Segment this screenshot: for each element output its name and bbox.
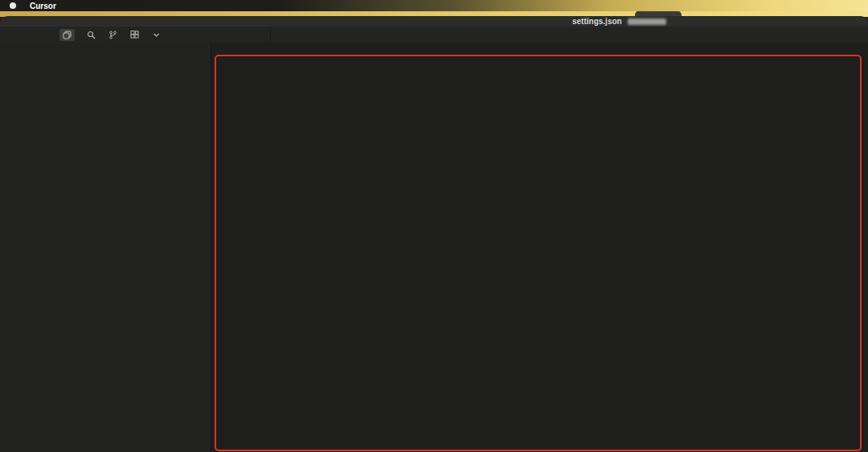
apple-icon[interactable] (10, 2, 16, 9)
explorer-sidebar (0, 43, 211, 452)
macos-menu-bar: Cursor (0, 0, 868, 11)
minimize-window-button[interactable] (18, 18, 24, 24)
file-tree (0, 43, 211, 50)
editor-tabs (271, 27, 868, 43)
window-controls (7, 18, 35, 24)
app-window: Cursor settings.json (0, 0, 868, 452)
code-area[interactable] (211, 55, 868, 55)
copy-files-icon[interactable] (59, 29, 75, 41)
close-window-button[interactable] (7, 18, 13, 24)
source-control-branch-icon[interactable] (107, 29, 118, 40)
chevron-down-icon[interactable] (150, 29, 162, 40)
window-title-bar: settings.json (0, 16, 868, 27)
maximize-window-button[interactable] (30, 18, 35, 24)
annotation-editor-red-box (215, 55, 862, 451)
extensions-icon[interactable] (129, 29, 140, 40)
window-title: settings.json (572, 17, 622, 26)
menu-app-name[interactable]: Cursor (30, 2, 56, 10)
breadcrumb[interactable] (211, 43, 868, 55)
tab-bar (0, 27, 868, 43)
editor-pane[interactable] (211, 43, 868, 452)
blurred-title-path (628, 18, 666, 25)
search-icon[interactable] (85, 29, 96, 40)
sidebar-header-icons (0, 27, 271, 43)
